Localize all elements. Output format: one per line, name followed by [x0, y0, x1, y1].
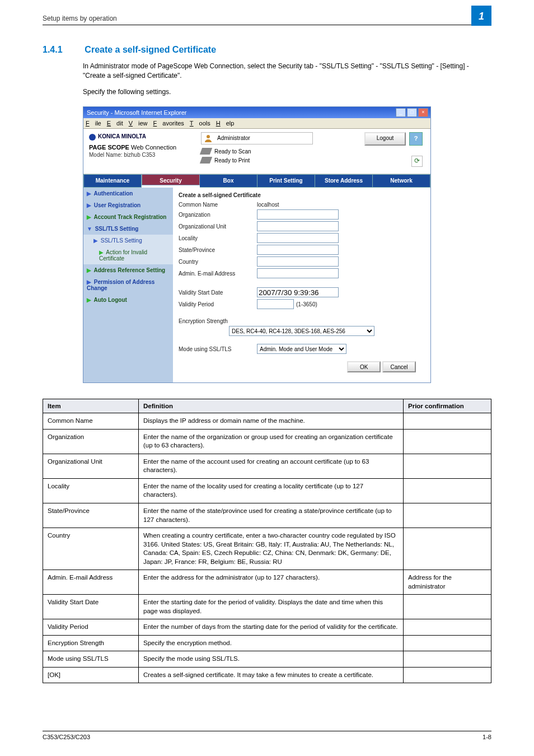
mode-ssl-select[interactable]: Admin. Mode and User Mode — [257, 344, 346, 354]
status-scan: Ready to Scan — [201, 148, 251, 155]
tab-store-address[interactable]: Store Address — [315, 174, 373, 188]
table-row: OrganizationEnter the name of the organi… — [43, 429, 491, 454]
validity-period-label: Validity Period — [179, 301, 257, 307]
form-label: Common Name — [179, 202, 257, 208]
cell-item: [OK] — [43, 667, 139, 683]
arrow-icon: ▶ — [93, 237, 98, 244]
user-mode-box: Administrator — [201, 132, 313, 144]
cell-definition: Specify the encryption method. — [139, 635, 404, 651]
ok-button[interactable]: OK — [347, 361, 381, 372]
sidebar-item-authentication[interactable]: ▶ Authentication — [83, 188, 173, 199]
status-print: Ready to Print — [201, 157, 250, 164]
cell-definition: Creates a self-signed certificate. It ma… — [139, 667, 404, 683]
header-rule — [43, 25, 491, 25]
sidebar-item-user-registration[interactable]: ▶ User Registration — [83, 199, 173, 211]
cell-definition: Enter the name of the organization or gr… — [139, 429, 404, 454]
cell-prior — [404, 413, 491, 430]
tab-print-setting[interactable]: Print Setting — [257, 174, 315, 188]
form-title: Create a self-signed Certificate — [179, 192, 425, 198]
table-row: Mode using SSL/TLSSpecify the mode using… — [43, 651, 491, 668]
cell-definition: Specify the mode using SSL/TLS. — [139, 651, 404, 668]
sidebar-item-auto-logout[interactable]: ▶ Auto Logout — [83, 294, 173, 306]
cell-definition: Enter the name of the account used for c… — [139, 454, 404, 478]
cell-definition: Enter the name of the locality used for … — [139, 478, 404, 503]
form-input[interactable] — [257, 209, 339, 220]
tab-security[interactable]: Security — [142, 174, 200, 185]
tab-box[interactable]: Box — [200, 174, 257, 188]
form-input[interactable] — [257, 233, 339, 243]
minimize-icon[interactable]: _ — [396, 108, 406, 117]
validity-start-label: Validity Start Date — [179, 290, 257, 296]
ie-menu-file[interactable]: File — [86, 120, 101, 127]
cell-item: State/Province — [43, 503, 139, 528]
mode-ssl-label: Mode using SSL/TLS — [179, 346, 257, 352]
arrow-icon: ▶ — [87, 190, 91, 197]
encryption-strength-select[interactable]: DES, RC4-40, RC4-128, 3DES-168, AES-256 — [229, 326, 374, 336]
validity-period-input[interactable] — [257, 299, 294, 309]
help-button[interactable]: ? — [409, 132, 423, 146]
section-title: Create a self-signed Certificate — [85, 45, 216, 54]
form-panel: Create a self-signed Certificate Common … — [173, 188, 430, 382]
sidebar-item-action-for-invalid-certificate[interactable]: ▶ Action for Invalid Certificate — [83, 246, 173, 264]
cell-prior — [404, 454, 491, 478]
cell-item: Organizational Unit — [43, 454, 139, 478]
sidebar-item-account-track-registration[interactable]: ▶ Account Track Registration — [83, 211, 173, 223]
form-input[interactable] — [257, 268, 339, 278]
form-input[interactable] — [257, 221, 339, 231]
cancel-button[interactable]: Cancel — [382, 361, 416, 372]
sidebar-item-permission-of-address-change[interactable]: ▶ Permission of Address Change — [83, 276, 173, 294]
section-para-2: Specify the following settings. — [83, 87, 491, 97]
form-label: Organizational Unit — [179, 223, 257, 230]
form-input[interactable] — [257, 256, 339, 267]
cell-item: Mode using SSL/TLS — [43, 651, 139, 668]
cell-prior — [404, 429, 491, 454]
cell-definition: When creating a country certificate, ent… — [139, 528, 404, 570]
user-icon — [204, 134, 213, 143]
footer-right: 1-8 — [483, 734, 491, 740]
arrow-icon: ▶ — [87, 267, 91, 273]
svg-point-0 — [207, 135, 210, 138]
ie-menubar: FileEditViewFavoritesToolsHelp — [83, 118, 430, 129]
ie-title-text: Security - Microsoft Internet Explorer — [87, 109, 187, 116]
form-input[interactable] — [257, 245, 339, 255]
arrow-icon: ▶ — [87, 214, 91, 220]
th-definition: Definition — [139, 399, 404, 413]
sidebar-item-ssl-tls-setting[interactable]: ▶ SSL/TLS Setting — [83, 235, 173, 246]
validity-start-input[interactable] — [257, 287, 339, 297]
cell-item: Country — [43, 528, 139, 570]
cell-item: Common Name — [43, 413, 139, 430]
printer-icon — [200, 157, 212, 164]
cell-item: Admin. E-mail Address — [43, 570, 139, 595]
ie-menu-tools[interactable]: Tools — [190, 120, 210, 127]
cell-definition: Enter the address for the administrator … — [139, 570, 404, 595]
arrow-icon: ▶ — [87, 202, 91, 208]
logout-button[interactable]: Logout — [364, 132, 406, 146]
close-icon[interactable]: × — [418, 108, 428, 117]
chapter-badge: 1 — [471, 6, 491, 26]
cell-definition: Enter the name of the state/province use… — [139, 503, 404, 528]
arrow-icon: ▶ — [87, 297, 91, 303]
table-row: Organizational UnitEnter the name of the… — [43, 454, 491, 478]
arrow-icon: ▶ — [87, 279, 91, 285]
ie-titlebar: Security - Microsoft Internet Explorer _… — [83, 107, 430, 118]
cell-item: Validity Period — [43, 619, 139, 636]
ie-menu-help[interactable]: Help — [216, 120, 235, 127]
tab-maintenance[interactable]: Maintenance — [83, 174, 142, 188]
sidebar-item-ssl-tls-setting[interactable]: ▼ SSL/TLS Setting — [83, 223, 173, 235]
tab-bar: MaintenanceSecurityBoxPrint SettingStore… — [83, 174, 430, 188]
cell-item: Organization — [43, 429, 139, 454]
ie-menu-view[interactable]: View — [129, 120, 148, 127]
tab-network[interactable]: Network — [373, 174, 430, 188]
maximize-icon[interactable]: □ — [407, 108, 417, 117]
cell-definition: Enter the number of days from the starti… — [139, 619, 404, 636]
footer-left: C353/C253/C203 — [43, 734, 90, 740]
ie-menu-edit[interactable]: Edit — [107, 120, 123, 127]
ie-menu-favorites[interactable]: Favorites — [153, 120, 184, 127]
cell-prior — [404, 667, 491, 683]
table-row: Common NameDisplays the IP address or do… — [43, 413, 491, 430]
scanner-icon — [200, 148, 212, 155]
cell-item: Validity Start Date — [43, 595, 139, 619]
refresh-button[interactable]: ⟳ — [411, 156, 423, 167]
sidebar-item-address-reference-setting[interactable]: ▶ Address Reference Setting — [83, 264, 173, 276]
section-number: 1.4.1 — [43, 45, 83, 55]
